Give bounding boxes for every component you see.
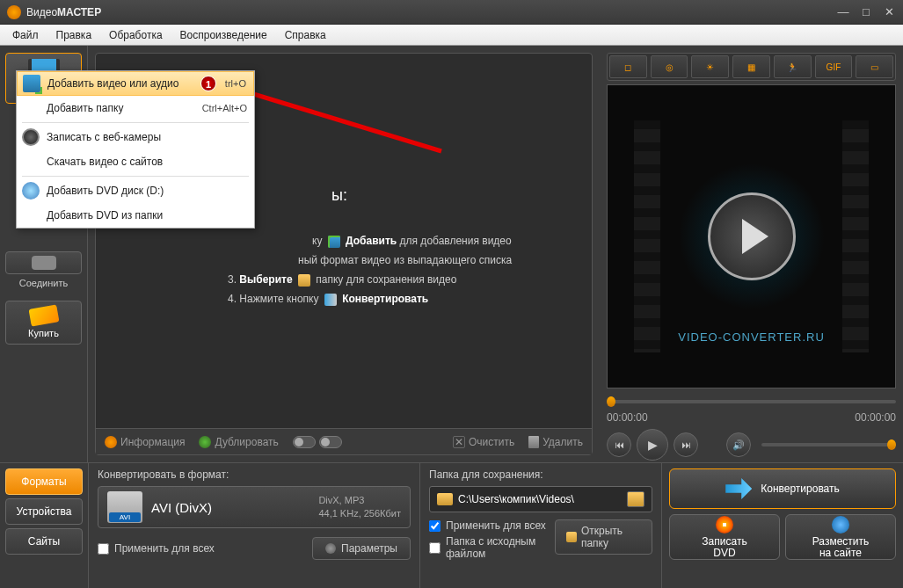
join-icon [32,256,56,270]
dd-add-folder[interactable]: Добавить папку Ctrl+Alt+O [17,96,254,120]
filmstrip-left [634,120,660,352]
save-title: Папка для сохранения: [429,468,652,481]
app-title: ВидеоМАСТЕР [26,5,836,18]
brand-text: VIDEO-CONVERTER.RU [678,330,825,344]
folder-icon [437,493,453,505]
clear-button[interactable]: ✕Очистить [453,436,514,448]
parameters-button[interactable]: Параметры [312,537,411,560]
format-title: Конвертировать в формат: [98,468,411,481]
annotation-arrow [222,81,450,160]
toggle-2[interactable] [319,436,342,448]
browse-button[interactable] [627,491,644,507]
convert-icon [725,478,752,499]
save-section: Папка для сохранения: C:\Users\компик\Vi… [420,463,662,588]
duplicate-button[interactable]: Дублировать [199,436,278,448]
list-toolbar: Информация Дублировать ✕Очистить Удалить [96,428,592,454]
buy-label: Купить [28,328,59,338]
playback-controls: ⏮ ▶ ⏭ 🔊 [607,427,896,462]
apply-all-save[interactable]: Применить для всех [429,519,555,532]
globe-icon [832,516,849,534]
duplicate-icon [199,436,211,448]
folder-open-icon [566,532,577,542]
effect-filter[interactable]: ▦ [732,55,770,78]
upload-site-button[interactable]: Разместитьна сайте [785,514,896,560]
add-dropdown: Добавить видео или аудио 1 trl+O Добавит… [16,70,255,229]
titlebar: ВидеоМАСТЕР — □ ✕ [0,0,903,25]
video-preview[interactable]: VIDEO-CONVERTER.RU [607,84,896,388]
effect-brightness[interactable]: ☀ [691,55,729,78]
join-label: Соединить [5,278,82,288]
bottom-panel: Форматы Устройства Сайты Конвертировать … [0,462,903,588]
effect-cut[interactable]: ▭ [856,55,893,78]
volume-button[interactable]: 🔊 [726,432,751,457]
buy-icon [28,304,59,326]
dvd-disc-icon [22,182,40,200]
save-path: C:\Users\компик\Videos\ [458,493,622,505]
format-name: AVI (DivX) [151,500,212,515]
maximize-button[interactable]: □ [859,5,873,18]
trash-icon [528,436,539,448]
menubar: Файл Правка Обработка Воспроизведение Сп… [0,25,903,46]
folder-inline-icon [298,274,310,287]
close-button[interactable]: ✕ [882,5,896,18]
dvd-icon [716,516,733,534]
app-icon [7,5,21,19]
svg-line-0 [239,90,441,151]
effect-toolbar: ◻ ◎ ☀ ▦ 🏃 GIF ▭ [607,53,896,81]
open-folder-button[interactable]: Открыть папку [555,519,652,555]
step-1-badge: 1 [200,76,216,91]
convert-button[interactable]: Конвертировать [669,468,896,509]
info-button[interactable]: Информация [105,436,185,448]
buy-button[interactable]: Купить [5,301,82,345]
next-button[interactable]: ⏭ [674,432,698,457]
time-current: 00:00:00 [607,411,648,424]
format-codec: DivX, MP3 [318,494,401,507]
tab-devices[interactable]: Устройства [5,498,83,525]
menu-file[interactable]: Файл [4,25,47,45]
dd-record-webcam[interactable]: Записать с веб-камеры [17,125,254,149]
join-button[interactable] [5,251,82,274]
format-audio: 44,1 KHz, 256Кбит [318,507,401,520]
instructions: ы: ку Добавить для добавления видео ный … [228,185,512,309]
effect-snapshot[interactable]: ◎ [651,55,688,78]
format-section: Конвертировать в формат: AVI (DivX) DivX… [88,463,420,588]
tab-sites[interactable]: Сайты [5,528,83,555]
play-button[interactable]: ▶ [637,429,668,461]
dd-add-dvd-disc[interactable]: Добавить DVD диск (D:) [17,178,254,203]
add-inline-icon [328,236,340,248]
toggle-1[interactable] [293,436,316,448]
seek-slider[interactable] [607,394,896,410]
gear-icon [325,543,336,554]
effect-gif[interactable]: GIF [815,55,853,78]
add-file-icon [23,75,40,92]
burn-dvd-button[interactable]: ЗаписатьDVD [669,514,780,560]
avi-icon [107,491,142,523]
play-overlay-icon [708,192,796,280]
format-selector[interactable]: AVI (DivX) DivX, MP3 44,1 KHz, 256Кбит [98,486,411,528]
menu-process[interactable]: Обработка [100,25,171,45]
dd-add-dvd-folder[interactable]: Добавить DVD из папки [17,203,254,228]
action-section: Конвертировать ЗаписатьDVD Разместитьна … [662,463,903,588]
info-icon [105,436,117,448]
volume-slider[interactable] [761,443,896,446]
dd-add-video-audio[interactable]: Добавить видео или аудио 1 trl+O [17,71,254,96]
dd-download-sites[interactable]: Скачать видео с сайтов [17,149,254,174]
view-toggle[interactable] [293,436,342,448]
filmstrip-right [842,120,869,352]
clear-icon: ✕ [453,436,465,448]
menu-edit[interactable]: Правка [47,25,101,45]
menu-help[interactable]: Справка [276,25,335,45]
prev-button[interactable]: ⏮ [607,432,631,457]
preview-pane: ◻ ◎ ☀ ▦ 🏃 GIF ▭ VIDEO-CONVERTER.RU 00:00… [600,46,903,462]
format-tab-group: Форматы Устройства Сайты [0,463,88,588]
effect-crop[interactable]: ◻ [609,55,647,78]
time-total: 00:00:00 [855,411,896,424]
delete-button[interactable]: Удалить [528,436,583,448]
minimize-button[interactable]: — [836,5,850,18]
menu-playback[interactable]: Воспроизведение [171,25,276,45]
source-folder-check[interactable]: Папка с исходным файлом [429,535,555,560]
convert-inline-icon [324,294,337,306]
tab-formats[interactable]: Форматы [5,468,83,495]
apply-all-format[interactable]: Применить для всех [98,542,215,555]
effect-speed[interactable]: 🏃 [774,55,812,78]
